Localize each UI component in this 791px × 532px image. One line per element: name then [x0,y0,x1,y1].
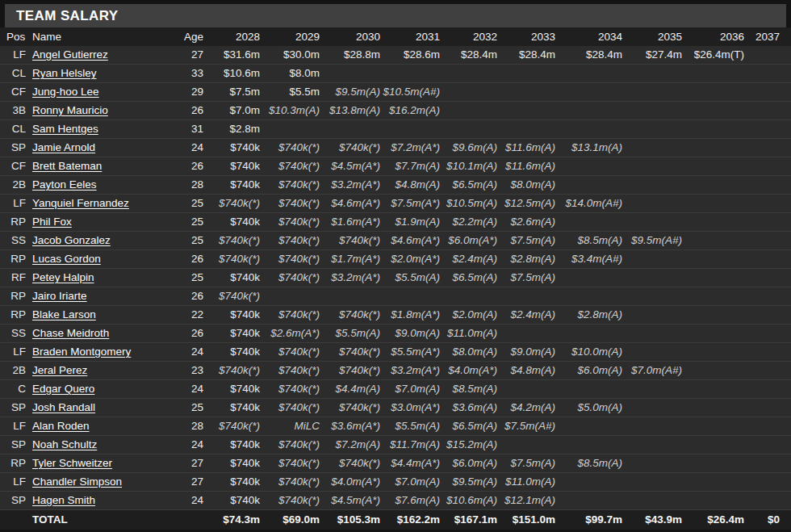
salary-cell-2033: $2.4m(A) [499,306,557,325]
salary-cell-2034 [557,65,624,83]
salary-cell-2037 [746,325,791,343]
column-header-y2034[interactable]: 2034 [557,27,624,46]
player-row: CLSam Hentges31$2.8m [0,120,791,139]
salary-cell-2032: $6.5m(A) [442,269,499,287]
salary-cell-2032: $6.5m(A) [442,176,499,195]
salary-cell-2029: $740k(*) [262,139,321,157]
column-header-name[interactable]: Name [27,27,182,46]
salary-cell-2031: $7.2m(A*) [382,139,442,157]
player-name-link[interactable]: Chase Meidroth [32,327,109,339]
salary-cell-2028: $740k [205,325,262,343]
player-name-link[interactable]: Phil Fox [32,216,72,228]
salary-cell-2036 [684,250,746,269]
player-name-link[interactable]: Lucas Gordon [32,253,101,265]
column-header-y2029[interactable]: 2029 [262,27,321,46]
salary-cell-2033 [499,65,557,83]
salary-cell-2030: $4.0m(A*) [321,473,382,492]
salary-cell-2028: $7.0m [205,102,262,120]
position-cell: SS [0,232,27,250]
salary-cell-2033: $7.5m(A#) [499,417,557,436]
position-cell: LF [0,195,27,213]
salary-cell-2033: $2.8m(A) [499,250,557,269]
column-header-y2037[interactable]: 2037 [746,27,791,46]
salary-cell-2031: $7.5m(A*) [382,195,442,213]
player-name-link[interactable]: Jung-hoo Lee [32,86,99,98]
player-name-link[interactable]: Josh Randall [32,401,95,413]
salary-cell-2032: $10.6m(A) [442,492,499,510]
column-header-y2028[interactable]: 2028 [205,27,262,46]
player-name-link[interactable]: Payton Eeles [32,178,97,191]
player-name-link[interactable]: Tyler Schweitzer [32,457,112,469]
salary-cell-2029: $740k(*) [262,380,321,399]
column-header-pos[interactable]: Pos [0,27,27,46]
player-name-link[interactable]: Braden Montgomery [32,346,131,358]
player-name-link[interactable]: Noah Schultz [32,438,97,450]
player-name-link[interactable]: Ronny Mauricio [32,104,108,116]
column-header-age[interactable]: Age [182,27,205,46]
player-name-link[interactable]: Hagen Smith [32,494,95,506]
salary-cell-2033: $4.2m(A) [499,399,557,417]
salary-cell-2030: $4.5m(A*) [321,492,382,510]
column-header-y2033[interactable]: 2033 [499,27,557,46]
salary-cell-2034 [557,380,624,399]
column-header-y2032[interactable]: 2032 [442,27,499,46]
player-name-link[interactable]: Jeral Perez [32,364,87,376]
column-header-y2030[interactable]: 2030 [321,27,382,46]
name-cell: Yanquiel Fernandez [27,195,182,213]
player-name-link[interactable]: Alan Roden [32,420,90,432]
name-cell: Jairo Iriarte [27,287,182,306]
player-name-link[interactable]: Blake Larson [32,308,96,320]
salary-cell-2035 [624,250,684,269]
total-cell-2032: $167.1m [442,510,499,530]
salary-cell-2033: $7.5m(A) [499,232,557,250]
salary-cell-2029: $740k(*) [262,213,321,232]
salary-cell-2029: $740k(*) [262,195,321,213]
salary-cell-2032: $10.1m(A) [442,157,499,176]
column-header-y2036[interactable]: 2036 [684,27,746,46]
salary-cell-2028: $7.5m [205,83,262,102]
column-header-y2035[interactable]: 2035 [624,27,684,46]
salary-cell-2028: $740k(*) [205,362,262,380]
salary-cell-2036 [684,269,746,287]
player-name-link[interactable]: Brett Bateman [32,160,102,172]
salary-cell-2032 [442,120,499,139]
total-cell-2029: $69.0m [262,510,321,530]
salary-cell-2037 [746,492,791,510]
player-name-link[interactable]: Jairo Iriarte [32,290,87,302]
salary-cell-2035 [624,287,684,306]
column-header-y2031[interactable]: 2031 [382,27,442,46]
player-name-link[interactable]: Angel Gutierrez [32,48,108,61]
salary-cell-2034 [557,120,624,139]
age-cell: 25 [182,269,205,287]
salary-cell-2036 [684,417,746,436]
player-name-link[interactable]: Edgar Quero [32,383,94,395]
player-name-link[interactable]: Petey Halpin [32,271,94,283]
salary-table-body: LFAngel Gutierrez27$31.6m$30.0m$28.8m$28… [0,46,791,510]
total-pos-spacer [0,510,27,530]
player-name-link[interactable]: Chandler Simpson [32,475,122,488]
player-name-link[interactable]: Jacob Gonzalez [32,234,111,246]
name-cell: Ronny Mauricio [27,102,182,120]
salary-cell-2032 [442,83,499,102]
salary-cell-2036 [684,287,746,306]
salary-cell-2036 [684,232,746,250]
salary-table: PosNameAge202820292030203120322033203420… [0,27,791,530]
salary-cell-2030: $740k(*) [321,455,382,473]
age-cell: 26 [182,325,205,343]
name-cell: Sam Hentges [27,120,182,139]
player-name-link[interactable]: Ryan Helsley [32,67,97,79]
salary-cell-2036 [684,157,746,176]
player-name-link[interactable]: Sam Hentges [32,123,98,135]
salary-cell-2034: $8.5m(A) [557,455,624,473]
player-row: 3BRonny Mauricio26$7.0m$10.3m(A)$13.8m(A… [0,102,791,120]
salary-cell-2033: $8.0m(A) [499,176,557,195]
player-name-link[interactable]: Jamie Arnold [32,141,95,153]
salary-cell-2037 [746,380,791,399]
salary-cell-2035 [624,455,684,473]
player-name-link[interactable]: Yanquiel Fernandez [32,197,129,209]
player-row: SPHagen Smith24$740k$740k(*)$4.5m(A*)$7.… [0,492,791,510]
name-cell: Jacob Gonzalez [27,232,182,250]
salary-cell-2029: $5.5m [262,83,321,102]
salary-cell-2032: $8.5m(A) [442,380,499,399]
salary-cell-2034 [557,417,624,436]
